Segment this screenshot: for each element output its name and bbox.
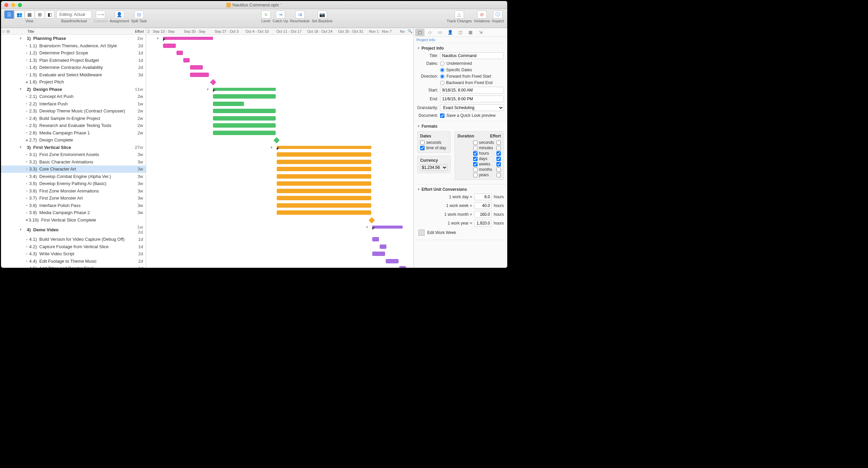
inspect-button[interactable]: ⓘ (493, 10, 503, 19)
gantt-bar[interactable] (277, 146, 371, 149)
insp-tab-styles[interactable]: ◫ (456, 29, 465, 36)
search-icon[interactable]: 🔍 (407, 29, 413, 33)
catchup-button[interactable]: ⇥ (276, 10, 285, 19)
attach-column-icon[interactable]: ◇ (1, 29, 6, 33)
gantt-bar[interactable] (369, 217, 375, 223)
task-row[interactable]: ▼3) First Vertical Slice27w (1, 144, 146, 151)
task-row[interactable]: ●2.1) Concept Art Push2w (1, 93, 146, 100)
dates-seconds-checkbox[interactable] (420, 140, 425, 145)
conv-year-input[interactable] (474, 220, 492, 227)
close-icon[interactable] (4, 3, 8, 7)
task-row[interactable]: ●2.3) Develop Theme Music (Contract Comp… (1, 107, 146, 115)
conv-week-input[interactable] (474, 202, 492, 209)
gantt-bar[interactable] (183, 58, 190, 62)
gantt-bar[interactable] (277, 203, 371, 208)
violations-button[interactable]: ⊘ (477, 10, 487, 19)
gantt-bar[interactable] (277, 174, 371, 179)
task-row[interactable]: ●3.9) Media Campaign Phase 23w (1, 209, 146, 216)
eff-months-checkbox[interactable] (496, 167, 501, 172)
task-row[interactable]: ●4.1) Build Version for Video Capture (D… (1, 236, 146, 243)
view-resources-button[interactable]: 👥 (15, 10, 24, 19)
insp-tab-milestone[interactable]: ◇ (425, 29, 435, 36)
gantt-bar[interactable] (399, 266, 406, 268)
dur-days-checkbox[interactable] (473, 157, 478, 161)
gantt-bar[interactable] (213, 131, 276, 135)
conv-day-input[interactable] (474, 193, 492, 200)
gantt-bar[interactable] (372, 252, 385, 256)
task-row[interactable]: ●3.8) Interface Polish Pass3w (1, 202, 146, 209)
gantt-bar[interactable] (386, 259, 399, 263)
gantt-bar[interactable] (372, 226, 403, 229)
effort-column-header[interactable]: Effort (131, 29, 146, 33)
track-changes-button[interactable]: △ (455, 10, 464, 19)
level-button[interactable]: ≡ (261, 10, 271, 19)
direction-backward-radio[interactable] (440, 81, 444, 85)
conv-month-input[interactable] (474, 211, 492, 218)
document-title[interactable]: Nautilus Command.oplx ˅ (226, 2, 282, 7)
note-column-icon[interactable]: ▤ (6, 29, 10, 33)
dur-months-checkbox[interactable] (473, 167, 478, 172)
gantt-bar[interactable] (213, 88, 276, 91)
gantt-bar[interactable] (163, 44, 176, 48)
eff-seconds-checkbox[interactable] (496, 140, 501, 145)
task-row[interactable]: ●4.3) Write Video Script2d (1, 250, 146, 258)
view-calendar-button[interactable]: ▦ (25, 10, 34, 19)
insp-tab-project[interactable]: ▢ (415, 29, 425, 36)
task-row[interactable]: ●3.1) First Zone Environment Assets3w (1, 151, 146, 158)
gantt-bar[interactable] (163, 37, 213, 40)
dates-undetermined-radio[interactable] (440, 61, 444, 66)
task-row[interactable]: ▼1) Planning Phase2w (1, 35, 146, 42)
insp-tab-export[interactable]: ⇲ (476, 29, 485, 36)
start-date-input[interactable] (440, 87, 504, 94)
gantt-bar[interactable] (213, 94, 276, 99)
minimize-icon[interactable] (11, 3, 15, 7)
gantt-bar[interactable] (213, 123, 276, 128)
project-title-input[interactable] (440, 52, 504, 59)
reschedule-button[interactable]: ⇉ (295, 10, 305, 19)
granularity-select[interactable]: Exact Scheduling (440, 104, 504, 111)
currency-select[interactable]: $1,234.56 (420, 164, 447, 171)
view-network-button[interactable]: ⊞ (35, 10, 44, 19)
task-row[interactable]: ●2.4) Build Sample In-Engine Project2w (1, 115, 146, 122)
task-row[interactable]: ●1.1) Brainstorm Themes, Audience, Art S… (1, 42, 146, 50)
eff-days-checkbox[interactable] (496, 157, 501, 161)
task-row[interactable]: ●1.3) Plan Estimated Project Budget1d (1, 57, 146, 64)
connect-button[interactable]: ⟶ (96, 10, 105, 19)
dates-timeofday-checkbox[interactable] (420, 146, 425, 150)
outline-body[interactable]: ▼1) Planning Phase2w●1.1) Brainstorm The… (1, 35, 146, 268)
task-row[interactable]: ●2.2) Interface Push1w (1, 100, 146, 108)
eff-weeks-checkbox[interactable] (496, 162, 501, 166)
zoom-icon[interactable] (18, 3, 22, 7)
gantt-bar[interactable] (190, 73, 209, 77)
task-row[interactable]: ●3.7) First Zone Monster Art3w (1, 194, 146, 202)
gantt-bar[interactable] (277, 189, 371, 193)
task-row[interactable]: ●4.2) Capture Footage from Vertical Slic… (1, 243, 146, 251)
set-baseline-button[interactable]: 📷 (318, 10, 327, 19)
task-row[interactable]: ●3.5) Develop Enemy Pathing AI (Basic)3w (1, 180, 146, 187)
view-gantt-button[interactable]: ☰ (4, 10, 14, 19)
task-row[interactable]: ●2.6) Media Campaign Phase 12w (1, 129, 146, 137)
gantt-bar[interactable] (277, 210, 371, 215)
end-date-input[interactable] (440, 96, 504, 102)
direction-forward-radio[interactable] (440, 74, 444, 79)
assignment-button[interactable]: 👤 (115, 10, 124, 19)
quicklook-checkbox[interactable] (440, 113, 444, 118)
task-row[interactable]: ●3.6) First Zone Monster Animations3w (1, 187, 146, 195)
gantt-bar[interactable] (273, 137, 279, 143)
eff-years-checkbox[interactable] (496, 173, 501, 177)
split-task-button[interactable]: ⊟ (134, 10, 144, 19)
insp-tab-custom[interactable]: ▦ (466, 29, 475, 36)
task-row[interactable]: ◆2.7) Design Complete (1, 136, 146, 144)
gantt-bar[interactable] (380, 244, 386, 249)
gantt-bar[interactable] (277, 181, 371, 186)
task-row[interactable]: ●3.4) Develop Combat Engine (Alpha Ver.)… (1, 173, 146, 180)
gantt-body[interactable]: ▼▼▼▼ (146, 35, 413, 268)
task-row[interactable]: ●3.3) Core Character Art3w (1, 165, 146, 173)
task-row[interactable]: ●4.4) Edit Footage to Theme Music2d (1, 258, 146, 265)
gantt-bar[interactable] (277, 167, 371, 171)
task-row[interactable]: ●3.2) Basic Character Animations3w (1, 158, 146, 166)
task-row[interactable]: ●1.5) Evaluate and Select Middleware3d (1, 71, 146, 79)
gantt-bar[interactable] (213, 102, 244, 106)
task-row[interactable]: ●1.2) Determine Project Scope1d (1, 49, 146, 57)
insp-tab-task[interactable]: ▭ (435, 29, 445, 36)
